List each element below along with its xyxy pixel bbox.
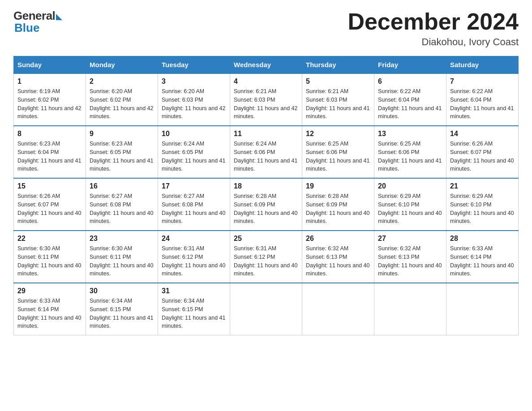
day-number: 31: [162, 287, 226, 295]
day-number: 23: [90, 235, 154, 243]
day-number: 22: [17, 235, 82, 243]
day-sun-info: Sunrise: 6:19 AMSunset: 6:02 PMDaylight:…: [17, 87, 82, 121]
day-sun-info: Sunrise: 6:23 AMSunset: 6:04 PMDaylight:…: [17, 140, 82, 173]
day-number: 13: [378, 130, 442, 138]
calendar-cell: 18Sunrise: 6:28 AMSunset: 6:09 PMDayligh…: [230, 178, 302, 231]
calendar-cell: 1Sunrise: 6:19 AMSunset: 6:02 PMDaylight…: [14, 73, 86, 126]
day-number: 29: [17, 287, 82, 295]
calendar-cell: 20Sunrise: 6:29 AMSunset: 6:10 PMDayligh…: [374, 178, 446, 231]
page-header: General Blue December 2024 Diakohou, Ivo…: [13, 9, 519, 48]
day-number: 14: [450, 130, 515, 138]
day-number: 26: [306, 235, 370, 243]
day-number: 12: [306, 130, 370, 138]
day-sun-info: Sunrise: 6:20 AMSunset: 6:02 PMDaylight:…: [90, 87, 154, 121]
calendar-cell: [302, 283, 374, 335]
calendar-cell: 31Sunrise: 6:34 AMSunset: 6:15 PMDayligh…: [158, 283, 230, 335]
col-header-thursday: Thursday: [302, 56, 374, 74]
day-sun-info: Sunrise: 6:25 AMSunset: 6:06 PMDaylight:…: [306, 140, 370, 173]
day-number: 15: [17, 182, 82, 190]
month-title: December 2024: [348, 9, 519, 34]
col-header-wednesday: Wednesday: [230, 56, 302, 74]
day-number: 24: [162, 235, 226, 243]
day-sun-info: Sunrise: 6:27 AMSunset: 6:08 PMDaylight:…: [162, 192, 226, 226]
day-number: 30: [90, 287, 154, 295]
calendar-cell: 30Sunrise: 6:34 AMSunset: 6:15 PMDayligh…: [86, 283, 158, 335]
calendar-cell: 21Sunrise: 6:29 AMSunset: 6:10 PMDayligh…: [446, 178, 519, 231]
calendar-cell: 27Sunrise: 6:32 AMSunset: 6:13 PMDayligh…: [374, 231, 446, 283]
day-number: 21: [450, 182, 515, 190]
day-sun-info: Sunrise: 6:32 AMSunset: 6:13 PMDaylight:…: [306, 244, 370, 278]
calendar-cell: 17Sunrise: 6:27 AMSunset: 6:08 PMDayligh…: [158, 178, 230, 231]
calendar-cell: 16Sunrise: 6:27 AMSunset: 6:08 PMDayligh…: [86, 178, 158, 231]
day-number: 3: [162, 77, 226, 86]
day-number: 25: [234, 235, 298, 243]
col-header-friday: Friday: [374, 56, 446, 74]
day-number: 18: [234, 182, 298, 190]
calendar-cell: 9Sunrise: 6:23 AMSunset: 6:05 PMDaylight…: [86, 126, 158, 178]
day-sun-info: Sunrise: 6:23 AMSunset: 6:05 PMDaylight:…: [90, 140, 154, 173]
calendar-week-4: 22Sunrise: 6:30 AMSunset: 6:11 PMDayligh…: [14, 231, 519, 283]
day-sun-info: Sunrise: 6:32 AMSunset: 6:13 PMDaylight:…: [378, 244, 442, 278]
day-sun-info: Sunrise: 6:29 AMSunset: 6:10 PMDaylight:…: [378, 192, 442, 226]
logo-arrow-icon: [56, 14, 62, 20]
day-number: 16: [90, 182, 154, 190]
day-sun-info: Sunrise: 6:20 AMSunset: 6:03 PMDaylight:…: [162, 87, 226, 121]
calendar-cell: 3Sunrise: 6:20 AMSunset: 6:03 PMDaylight…: [158, 73, 230, 126]
calendar-cell: 29Sunrise: 6:33 AMSunset: 6:14 PMDayligh…: [14, 283, 86, 335]
day-sun-info: Sunrise: 6:33 AMSunset: 6:14 PMDaylight:…: [450, 244, 515, 278]
calendar-week-3: 15Sunrise: 6:26 AMSunset: 6:07 PMDayligh…: [14, 178, 519, 231]
calendar-cell: 25Sunrise: 6:31 AMSunset: 6:12 PMDayligh…: [230, 231, 302, 283]
calendar-cell: 14Sunrise: 6:26 AMSunset: 6:07 PMDayligh…: [446, 126, 519, 178]
day-number: 10: [162, 130, 226, 138]
location-label: Diakohou, Ivory Coast: [348, 36, 519, 48]
calendar-cell: 5Sunrise: 6:21 AMSunset: 6:03 PMDaylight…: [302, 73, 374, 126]
calendar-cell: 26Sunrise: 6:32 AMSunset: 6:13 PMDayligh…: [302, 231, 374, 283]
day-number: 1: [17, 77, 82, 86]
title-section: December 2024 Diakohou, Ivory Coast: [348, 9, 519, 48]
calendar-cell: 19Sunrise: 6:28 AMSunset: 6:09 PMDayligh…: [302, 178, 374, 231]
day-sun-info: Sunrise: 6:27 AMSunset: 6:08 PMDaylight:…: [90, 192, 154, 226]
day-number: 8: [17, 130, 82, 138]
calendar-cell: 4Sunrise: 6:21 AMSunset: 6:03 PMDaylight…: [230, 73, 302, 126]
day-sun-info: Sunrise: 6:31 AMSunset: 6:12 PMDaylight:…: [234, 244, 298, 278]
day-number: 19: [306, 182, 370, 190]
day-number: 2: [90, 77, 154, 86]
col-header-monday: Monday: [86, 56, 158, 74]
logo: General Blue: [13, 9, 62, 35]
day-sun-info: Sunrise: 6:22 AMSunset: 6:04 PMDaylight:…: [378, 87, 442, 121]
calendar-cell: [230, 283, 302, 335]
day-number: 4: [234, 77, 298, 86]
day-sun-info: Sunrise: 6:28 AMSunset: 6:09 PMDaylight:…: [234, 192, 298, 226]
day-sun-info: Sunrise: 6:21 AMSunset: 6:03 PMDaylight:…: [234, 87, 298, 121]
day-sun-info: Sunrise: 6:30 AMSunset: 6:11 PMDaylight:…: [90, 244, 154, 278]
day-sun-info: Sunrise: 6:28 AMSunset: 6:09 PMDaylight:…: [306, 192, 370, 226]
calendar-cell: 10Sunrise: 6:24 AMSunset: 6:05 PMDayligh…: [158, 126, 230, 178]
day-sun-info: Sunrise: 6:22 AMSunset: 6:04 PMDaylight:…: [450, 87, 515, 121]
day-number: 28: [450, 235, 515, 243]
day-sun-info: Sunrise: 6:21 AMSunset: 6:03 PMDaylight:…: [306, 87, 370, 121]
calendar-cell: 12Sunrise: 6:25 AMSunset: 6:06 PMDayligh…: [302, 126, 374, 178]
day-sun-info: Sunrise: 6:31 AMSunset: 6:12 PMDaylight:…: [162, 244, 226, 278]
day-number: 6: [378, 77, 442, 86]
day-sun-info: Sunrise: 6:34 AMSunset: 6:15 PMDaylight:…: [162, 297, 226, 330]
day-sun-info: Sunrise: 6:26 AMSunset: 6:07 PMDaylight:…: [17, 192, 82, 226]
col-header-sunday: Sunday: [14, 56, 86, 74]
day-number: 27: [378, 235, 442, 243]
day-sun-info: Sunrise: 6:24 AMSunset: 6:05 PMDaylight:…: [162, 140, 226, 173]
calendar-cell: 7Sunrise: 6:22 AMSunset: 6:04 PMDaylight…: [446, 73, 519, 126]
day-sun-info: Sunrise: 6:33 AMSunset: 6:14 PMDaylight:…: [17, 297, 82, 330]
calendar-cell: 23Sunrise: 6:30 AMSunset: 6:11 PMDayligh…: [86, 231, 158, 283]
calendar-cell: 6Sunrise: 6:22 AMSunset: 6:04 PMDaylight…: [374, 73, 446, 126]
calendar-cell: 24Sunrise: 6:31 AMSunset: 6:12 PMDayligh…: [158, 231, 230, 283]
day-sun-info: Sunrise: 6:34 AMSunset: 6:15 PMDaylight:…: [90, 297, 154, 330]
calendar-week-5: 29Sunrise: 6:33 AMSunset: 6:14 PMDayligh…: [14, 283, 519, 335]
calendar-cell: 2Sunrise: 6:20 AMSunset: 6:02 PMDaylight…: [86, 73, 158, 126]
calendar-cell: [374, 283, 446, 335]
calendar-cell: 28Sunrise: 6:33 AMSunset: 6:14 PMDayligh…: [446, 231, 519, 283]
col-header-saturday: Saturday: [446, 56, 519, 74]
calendar-cell: [446, 283, 519, 335]
day-number: 7: [450, 77, 515, 86]
day-number: 20: [378, 182, 442, 190]
calendar-cell: 15Sunrise: 6:26 AMSunset: 6:07 PMDayligh…: [14, 178, 86, 231]
calendar-cell: 11Sunrise: 6:24 AMSunset: 6:06 PMDayligh…: [230, 126, 302, 178]
